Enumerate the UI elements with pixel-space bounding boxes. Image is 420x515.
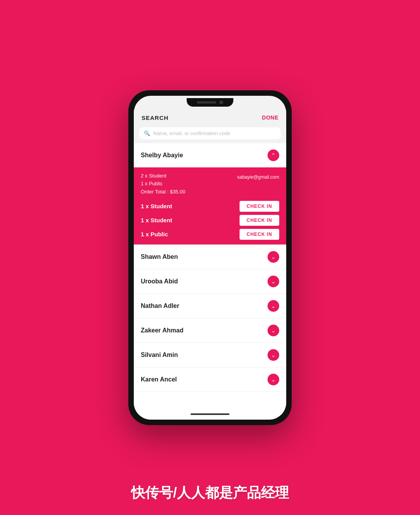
attendee-row-nathan: Nathan Adler ⌄ [134, 294, 286, 318]
home-indicator [134, 409, 286, 420]
ticket-row-3: 1 x Public CHECK IN [141, 229, 279, 240]
attendee-row-silvani: Silvani Amin ⌄ [134, 343, 286, 367]
attendee-header-silvani[interactable]: Silvani Amin ⌄ [134, 343, 286, 367]
attendee-header-zakeer[interactable]: Zakeer Ahmad ⌄ [134, 318, 286, 343]
attendee-name-urooba: Urooba Abid [141, 278, 178, 285]
order-details: 2 x Student 1 x Public Order Total : $35… [141, 172, 186, 196]
order-info: 2 x Student 1 x Public Order Total : $35… [141, 172, 279, 196]
ticket-label-1: 1 x Student [141, 203, 172, 209]
attendee-header-shawn[interactable]: Shawn Aben ⌄ [134, 245, 286, 269]
check-in-button-2[interactable]: CHECK IN [240, 215, 279, 226]
ticket-label-2: 1 x Student [141, 217, 172, 223]
attendee-row-zakeer: Zakeer Ahmad ⌄ [134, 318, 286, 343]
search-input[interactable]: 🔍 Name, email, or confirmation code [139, 127, 281, 139]
search-placeholder: Name, email, or confirmation code [153, 130, 230, 136]
attendee-header-urooba[interactable]: Urooba Abid ⌄ [134, 269, 286, 294]
order-line2: 1 x Public [141, 180, 186, 188]
attendee-name-karen: Karen Ancel [141, 376, 177, 383]
search-icon: 🔍 [144, 130, 150, 136]
speaker [197, 101, 216, 104]
home-bar [191, 413, 229, 415]
attendee-header-nathan[interactable]: Nathan Adler ⌄ [134, 294, 286, 318]
attendee-row-urooba: Urooba Abid ⌄ [134, 269, 286, 294]
attendee-name-shawn: Shawn Aben [141, 253, 178, 260]
camera [219, 100, 223, 104]
ticket-label-3: 1 x Public [141, 231, 168, 237]
chevron-down-icon-karen[interactable]: ⌄ [268, 374, 279, 385]
chevron-down-icon-zakeer[interactable]: ⌄ [268, 325, 279, 336]
attendee-header-karen[interactable]: Karen Ancel ⌄ [134, 367, 286, 392]
chevron-down-icon-urooba[interactable]: ⌄ [268, 276, 279, 287]
search-header: SEARCH DONE [134, 110, 286, 125]
attendee-name-nathan: Nathan Adler [141, 302, 179, 309]
watermark: 快传号/人人都是产品经理 [131, 483, 289, 503]
attendee-expanded-shelby: 2 x Student 1 x Public Order Total : $35… [134, 167, 286, 244]
phone-shell: SEARCH DONE 🔍 Name, email, or confirmati… [128, 90, 292, 425]
attendee-name-silvani: Silvani Amin [141, 352, 178, 359]
check-in-button-1[interactable]: CHECK IN [240, 201, 279, 212]
chevron-down-icon-silvani[interactable]: ⌄ [268, 349, 279, 361]
search-input-wrap: 🔍 Name, email, or confirmation code [134, 125, 286, 143]
chevron-down-icon-shawn[interactable]: ⌄ [268, 251, 279, 263]
attendee-row-shawn: Shawn Aben ⌄ [134, 245, 286, 269]
app-content: SEARCH DONE 🔍 Name, email, or confirmati… [134, 96, 286, 420]
attendee-list: Shelby Abayie ⌃ 2 x Student 1 x Public O… [134, 143, 286, 409]
attendee-header-shelby[interactable]: Shelby Abayie ⌃ [134, 143, 286, 167]
check-in-button-3[interactable]: CHECK IN [240, 229, 279, 240]
phone-notch [187, 98, 233, 107]
done-button[interactable]: DONE [262, 114, 278, 121]
ticket-row-2: 1 x Student CHECK IN [141, 215, 279, 226]
chevron-up-icon-shelby[interactable]: ⌃ [268, 149, 279, 161]
order-email: sabayie@gmail.com [237, 174, 279, 180]
order-line1: 2 x Student [141, 172, 186, 180]
attendee-name-zakeer: Zakeer Ahmad [141, 327, 184, 334]
page-title: SEARCH [142, 114, 168, 121]
order-total: Order Total : $35.00 [141, 188, 186, 196]
attendee-name-shelby: Shelby Abayie [141, 152, 183, 159]
attendee-row-karen: Karen Ancel ⌄ [134, 367, 286, 392]
ticket-row-1: 1 x Student CHECK IN [141, 201, 279, 212]
phone-screen: SEARCH DONE 🔍 Name, email, or confirmati… [134, 96, 286, 420]
chevron-down-icon-nathan[interactable]: ⌄ [268, 300, 279, 312]
ticket-rows: 1 x Student CHECK IN 1 x Student CHECK I… [141, 201, 279, 240]
attendee-row-shelby: Shelby Abayie ⌃ 2 x Student 1 x Public O… [134, 143, 286, 245]
